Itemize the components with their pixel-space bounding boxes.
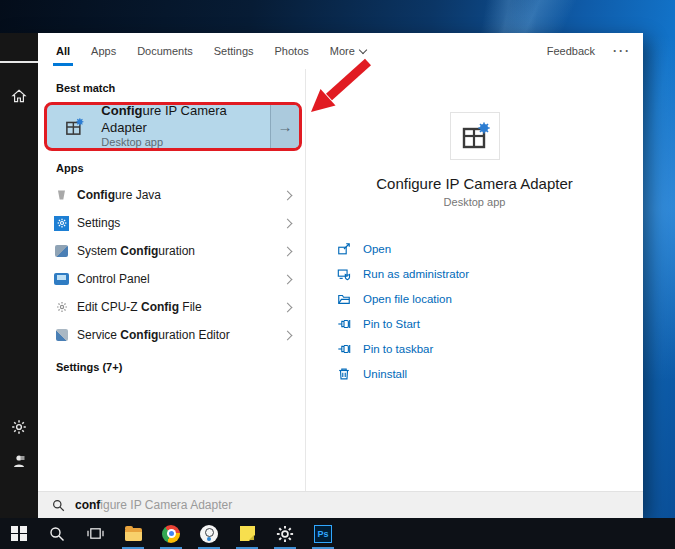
settings-gear-icon [276, 525, 294, 543]
photoshop-icon: Ps [314, 525, 332, 543]
settings-gear-icon[interactable] [0, 410, 38, 444]
pin-to-taskbar-link[interactable]: Pin to taskbar [337, 336, 643, 361]
search-panel: All Apps Documents Settings Photos More … [38, 33, 643, 518]
start-button[interactable] [0, 518, 38, 549]
settings-icon [54, 216, 69, 231]
list-item-control-panel[interactable]: Control Panel [38, 265, 305, 293]
file-explorer-icon [125, 528, 142, 541]
uninstall-link[interactable]: Uninstall [337, 361, 643, 386]
sticky-notes-icon [240, 526, 255, 541]
chrome-button[interactable] [152, 518, 190, 549]
open-file-location-link[interactable]: Open file location [337, 286, 643, 311]
chrome-icon [162, 525, 180, 543]
settings-button[interactable] [266, 518, 304, 549]
best-match-title: Configure IP Camera Adapter [101, 103, 270, 136]
tab-all[interactable]: All [56, 45, 70, 57]
windows-logo-icon [11, 526, 27, 542]
list-item-service-configuration-editor[interactable]: Service Configuration Editor [38, 321, 305, 349]
apps-section-label: Apps [38, 153, 305, 181]
best-match-item[interactable]: Configure IP Camera Adapter Desktop app [47, 105, 270, 148]
app-default-icon [47, 116, 101, 138]
list-item-system-configuration[interactable]: System Configuration [38, 237, 305, 265]
open-icon [337, 242, 351, 256]
taskbar: Ps [0, 518, 675, 549]
best-match-subtitle: Desktop app [101, 136, 270, 150]
details-subtitle: Desktop app [306, 196, 643, 208]
tab-documents[interactable]: Documents [137, 45, 193, 57]
results-column: Best match Configure IP Camera Adapter D… [38, 69, 305, 491]
camera-app-button[interactable] [190, 518, 228, 549]
feedback-link[interactable]: Feedback [547, 45, 595, 57]
home-icon[interactable] [0, 79, 38, 113]
tab-more[interactable]: More [330, 45, 366, 57]
more-options-icon[interactable]: ··· [613, 44, 631, 58]
best-match-label: Best match [38, 73, 305, 101]
system-configuration-icon [54, 244, 69, 259]
file-explorer-button[interactable] [114, 518, 152, 549]
chevron-right-icon [283, 330, 293, 340]
task-view-icon [87, 526, 104, 541]
chevron-right-icon [283, 246, 293, 256]
tab-settings[interactable]: Settings [214, 45, 254, 57]
run-as-administrator-icon [337, 267, 351, 281]
chevron-down-icon [359, 45, 367, 53]
tab-apps[interactable]: Apps [91, 45, 116, 57]
action-links: Open Run as administrator Open file loca… [306, 236, 643, 386]
control-panel-icon [54, 272, 69, 287]
search-text: configure IP Camera Adapter [75, 498, 232, 512]
uninstall-icon [337, 367, 351, 381]
search-icon [49, 526, 65, 542]
chevron-right-icon [283, 218, 293, 228]
filter-tab-bar: All Apps Documents Settings Photos More … [38, 33, 643, 69]
hamburger-menu-icon[interactable] [0, 45, 38, 79]
service-configuration-icon [54, 328, 69, 343]
details-title: Configure IP Camera Adapter [306, 175, 643, 192]
java-icon [54, 188, 69, 203]
pin-icon [337, 342, 351, 356]
search-flyout: All Apps Documents Settings Photos More … [0, 33, 643, 518]
open-link[interactable]: Open [337, 236, 643, 261]
expand-arrow-button[interactable]: → [270, 105, 299, 148]
results-content: Best match Configure IP Camera Adapter D… [38, 69, 643, 491]
chevron-right-icon [283, 302, 293, 312]
list-item-cpuz-config[interactable]: Edit CPU-Z Config File [38, 293, 305, 321]
user-account-icon[interactable] [0, 444, 38, 478]
list-item-settings[interactable]: Settings [38, 209, 305, 237]
sticky-notes-button[interactable] [228, 518, 266, 549]
settings-section-label: Settings (7+) [38, 349, 305, 380]
chevron-right-icon [283, 274, 293, 284]
annotation-red-box: Configure IP Camera Adapter Desktop app … [44, 102, 302, 151]
taskbar-search-button[interactable] [38, 518, 76, 549]
app-default-icon [450, 112, 500, 160]
camera-app-icon [200, 525, 218, 543]
open-file-location-icon [337, 292, 351, 306]
pin-to-start-link[interactable]: Pin to Start [337, 311, 643, 336]
chevron-right-icon [283, 190, 293, 200]
search-icon [52, 499, 65, 512]
run-as-administrator-link[interactable]: Run as administrator [337, 261, 643, 286]
left-rail [0, 33, 38, 518]
best-match-text: Configure IP Camera Adapter Desktop app [101, 103, 270, 149]
list-item-configure-java[interactable]: Configure Java [38, 181, 305, 209]
config-file-icon [54, 300, 69, 315]
task-view-button[interactable] [76, 518, 114, 549]
pin-icon [337, 317, 351, 331]
search-input[interactable]: configure IP Camera Adapter [38, 491, 643, 518]
tab-photos[interactable]: Photos [275, 45, 309, 57]
details-pane: Configure IP Camera Adapter Desktop app … [306, 69, 643, 491]
photoshop-button[interactable]: Ps [304, 518, 342, 549]
